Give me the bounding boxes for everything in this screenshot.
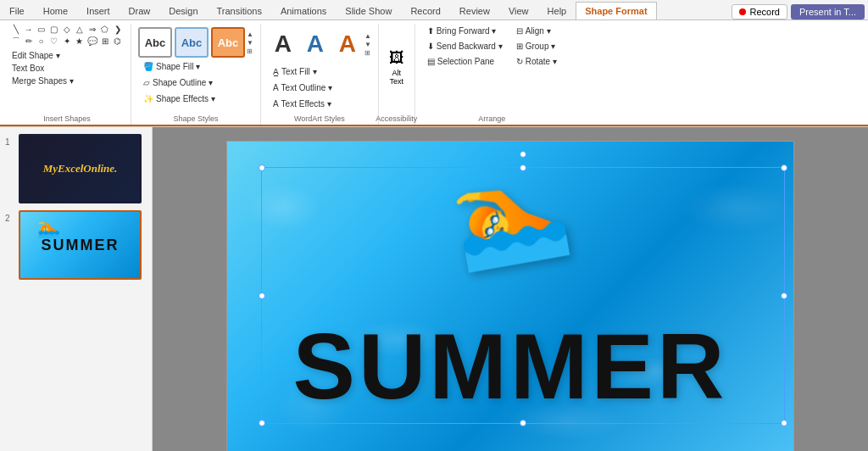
wa-down[interactable]: ▼ [364, 41, 371, 48]
swatch-plain[interactable]: Abc [138, 27, 172, 58]
shape-right-arrow[interactable]: ⇒ [86, 24, 97, 35]
shape-effects-btn[interactable]: ✨ Shape Effects ▾ [138, 92, 253, 106]
shape-oval[interactable]: ○ [36, 36, 47, 47]
present-button[interactable]: Present in T... [791, 4, 865, 19]
tab-file[interactable]: File [0, 2, 34, 19]
group-accessibility-label: Accessibility [376, 114, 417, 123]
text-outline-label: Text Outline ▾ [281, 83, 333, 92]
shape-scribble[interactable]: ✏ [23, 36, 34, 47]
wa-up[interactable]: ▲ [364, 32, 371, 40]
alt-text-icon: 🖼 [389, 49, 404, 67]
record-button[interactable]: Record [732, 4, 787, 19]
shape-fill-btn[interactable]: 🪣 Shape Fill ▾ [138, 59, 253, 74]
selection-pane-btn[interactable]: ▤ Selection Pane [422, 54, 508, 69]
group-shape-styles-label: Shape Styles [173, 114, 218, 123]
shape-outline-btn[interactable]: ▱ Shape Outline ▾ [138, 75, 253, 90]
merge-shapes-btn[interactable]: Merge Shapes ▾ [10, 75, 124, 86]
group-wordart-styles: A A A ▲ ▼ ⊞ A̲ Text Fill ▾ A Te [261, 24, 379, 125]
tab-review[interactable]: Review [450, 2, 499, 19]
ribbon-commands: ╲ → ▭ ▢ ◇ △ ⇒ ⬠ ❯ ⌒ ✏ ○ ♡ ✦ ★ 💬 ⊞ [0, 20, 868, 126]
send-backward-icon: ⬇ [427, 42, 434, 51]
tab-view[interactable]: View [499, 2, 538, 19]
alt-text-btn[interactable]: 🖼 AltText [386, 46, 408, 89]
slide-panel: 1 MyExcelOnline. 2 🏊 SUMMER [0, 127, 153, 451]
swatch-orange[interactable]: Abc [211, 27, 245, 58]
text-outline-btn[interactable]: A Text Outline ▾ [268, 81, 371, 95]
slide1-text: MyExcelOnline. [43, 162, 118, 175]
shape-callout[interactable]: 💬 [86, 36, 97, 47]
rotate-btn[interactable]: ↻ Rotate ▾ [511, 54, 562, 69]
edit-shape-btn[interactable]: Edit Shape ▾ [10, 50, 124, 61]
align-label: Align ▾ [526, 26, 551, 36]
wordart-swatches: A A A [268, 25, 363, 63]
tab-insert[interactable]: Insert [77, 2, 120, 19]
slide-thumb-2[interactable]: 2 🏊 SUMMER [5, 210, 147, 280]
bring-forward-btn[interactable]: ⬆ Bring Forward ▾ [422, 24, 508, 38]
canvas-area[interactable]: 🏊 SUMMER [153, 127, 868, 451]
swatch-up[interactable]: ▲ [247, 31, 253, 38]
slide-canvas: 🏊 SUMMER [226, 141, 794, 451]
slide-image-2[interactable]: 🏊 SUMMER [19, 210, 142, 280]
wa-swatch-black[interactable]: A [268, 25, 298, 63]
slide-image-1[interactable]: MyExcelOnline. [19, 134, 142, 203]
slide-thumb-1[interactable]: 1 MyExcelOnline. [5, 134, 147, 203]
shape-fill-label: Shape Fill ▾ [156, 62, 200, 71]
tab-design[interactable]: Design [159, 2, 207, 19]
text-effects-icon: A [273, 99, 279, 109]
group-arrange-label: Arrange [478, 114, 505, 123]
group-btn[interactable]: ⊞ Group ▾ [511, 39, 562, 53]
slide-num-2: 2 [5, 210, 15, 223]
shape-star5[interactable]: ★ [74, 36, 85, 47]
shape-rect[interactable]: ▭ [36, 24, 47, 35]
tab-shapeformat[interactable]: Shape Format [576, 2, 656, 19]
wa-expand[interactable]: ⊞ [364, 49, 371, 57]
text-fill-btn[interactable]: A̲ Text Fill ▾ [268, 64, 371, 79]
swatch-down[interactable]: ▼ [247, 39, 253, 47]
main-area: 1 MyExcelOnline. 2 🏊 SUMMER 🏊 SUMMER [0, 127, 868, 451]
swatch-blue[interactable]: Abc [175, 27, 209, 58]
shape-chevron[interactable]: ❯ [112, 24, 123, 35]
text-effects-label: Text Effects ▾ [281, 99, 331, 109]
shape-misc1[interactable]: ⊞ [99, 36, 110, 47]
send-backward-btn[interactable]: ⬇ Send Backward ▾ [422, 39, 508, 53]
tab-slideshow[interactable]: Slide Show [336, 2, 401, 19]
summer-text[interactable]: SUMMER [227, 312, 793, 420]
merge-shapes-label: Merge Shapes ▾ [12, 76, 74, 86]
swatch-scroll: ▲ ▼ ⊞ [247, 31, 253, 55]
tab-transitions[interactable]: Transitions [208, 2, 271, 19]
shape-round-rect[interactable]: ▢ [48, 24, 59, 35]
tab-animations[interactable]: Animations [271, 2, 336, 19]
shape-heart[interactable]: ♡ [48, 36, 59, 47]
shape-triangle[interactable]: △ [74, 24, 85, 35]
shape-curve[interactable]: ⌒ [10, 36, 21, 47]
shape-star4[interactable]: ✦ [61, 36, 72, 47]
swatch-expand[interactable]: ⊞ [247, 47, 253, 55]
tab-bar: File Home Insert Draw Design Transitions… [0, 0, 868, 20]
rotate-icon: ↻ [516, 57, 523, 66]
shape-diamond[interactable]: ◇ [61, 24, 72, 35]
tab-home[interactable]: Home [34, 2, 77, 19]
shape-line[interactable]: ╲ [10, 24, 21, 35]
slide-num-1: 1 [5, 134, 15, 147]
wa-swatch-blue[interactable]: A [300, 25, 331, 63]
bring-forward-icon: ⬆ [427, 26, 434, 36]
tab-help[interactable]: Help [538, 2, 576, 19]
shape-arrow-line[interactable]: → [23, 24, 34, 35]
send-backward-label: Send Backward ▾ [437, 42, 503, 51]
text-box-btn[interactable]: Text Box [10, 63, 124, 74]
shapes-grid: ╲ → ▭ ▢ ◇ △ ⇒ ⬠ ❯ ⌒ ✏ ○ ♡ ✦ ★ 💬 ⊞ [10, 24, 124, 47]
text-outline-icon: A [273, 83, 279, 92]
shape-misc2[interactable]: ⌬ [112, 36, 123, 47]
shape-pentagon[interactable]: ⬠ [99, 24, 110, 35]
align-btn[interactable]: ⊟ Align ▾ [511, 24, 562, 38]
group-shape-styles: Abc Abc Abc ▲ ▼ ⊞ 🪣 Shape Fill ▾ ▱ [131, 24, 261, 125]
shape-swatches: Abc Abc Abc [138, 27, 245, 58]
group-icon: ⊞ [516, 42, 523, 51]
tab-draw[interactable]: Draw [120, 2, 160, 19]
text-effects-btn[interactable]: A Text Effects ▾ [268, 97, 371, 111]
record-label: Record [749, 7, 779, 17]
bring-forward-label: Bring Forward ▾ [437, 26, 497, 36]
tab-record[interactable]: Record [401, 2, 449, 19]
alt-text-label: AltText [390, 69, 404, 86]
wa-swatch-orange[interactable]: A [332, 25, 363, 63]
